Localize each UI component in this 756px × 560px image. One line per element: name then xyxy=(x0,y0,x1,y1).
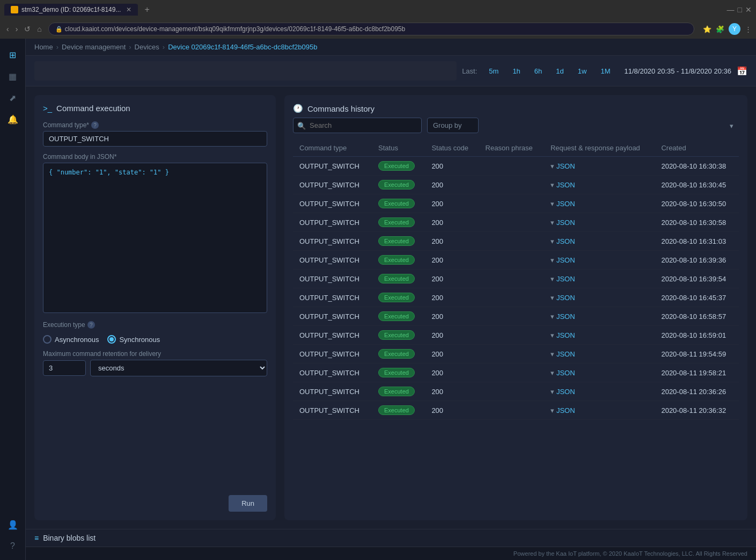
time-1m-button[interactable]: 1M xyxy=(596,66,614,77)
command-type-input[interactable] xyxy=(43,131,267,147)
cell-payload-3[interactable]: ▾JSON xyxy=(544,213,655,232)
payload-arrow-8: ▾ xyxy=(551,312,554,321)
maximize-button[interactable]: □ xyxy=(738,5,742,14)
payload-json-link-8[interactable]: JSON xyxy=(556,312,575,321)
sync-radio-option[interactable]: Synchronous xyxy=(107,335,160,344)
time-1w-button[interactable]: 1w xyxy=(574,66,591,77)
address-bar[interactable]: 🔒 cloud.kaaiot.com/devices/device-manage… xyxy=(48,23,694,35)
cell-payload-13[interactable]: ▾JSON xyxy=(544,401,655,420)
close-window-button[interactable]: ✕ xyxy=(745,5,752,14)
payload-json-link-13[interactable]: JSON xyxy=(556,406,575,414)
payload-json-link-11[interactable]: JSON xyxy=(556,369,575,377)
minimize-button[interactable]: — xyxy=(727,5,735,14)
group-by-arrow: ▾ xyxy=(730,121,733,129)
status-badge-11: Executed xyxy=(378,368,415,377)
execution-type-help-icon[interactable]: ? xyxy=(87,321,95,329)
breadcrumb: Home › Device management › Devices › Dev… xyxy=(26,39,756,56)
status-badge-1: Executed xyxy=(378,180,415,190)
payload-json-link-6[interactable]: JSON xyxy=(556,275,575,283)
footer-text: Powered by the Kaa IoT platform, © 2020 … xyxy=(513,550,747,557)
breadcrumb-devices[interactable]: Devices xyxy=(135,43,159,51)
breadcrumb-home[interactable]: Home xyxy=(34,43,53,51)
cell-payload-1[interactable]: ▾JSON xyxy=(544,176,655,194)
sync-radio-button[interactable] xyxy=(107,335,116,344)
breadcrumb-device-management[interactable]: Device management xyxy=(62,43,126,51)
payload-json-link-3[interactable]: JSON xyxy=(556,219,575,227)
sidebar-icon-trend[interactable]: ⬈ xyxy=(3,88,23,107)
cell-payload-7[interactable]: ▾JSON xyxy=(544,288,655,307)
cell-command-type-0: OUTPUT_SWITCH xyxy=(293,157,372,176)
async-radio-option[interactable]: Asynchronous xyxy=(43,335,99,344)
retention-unit-select[interactable]: seconds minutes hours xyxy=(90,360,267,376)
table-row: OUTPUT_SWITCH Executed 200 ▾JSON 2020-08… xyxy=(293,382,739,401)
sidebar-icon-user[interactable]: 👤 xyxy=(3,515,23,534)
tab-title: stm32_demo (ID: 02069c1f-8149... xyxy=(21,6,121,13)
reload-button[interactable]: ↺ xyxy=(22,24,33,34)
cell-payload-11[interactable]: ▾JSON xyxy=(544,363,655,382)
payload-json-link-10[interactable]: JSON xyxy=(556,350,575,358)
status-badge-12: Executed xyxy=(378,387,415,396)
cell-status-code-5: 200 xyxy=(425,251,479,270)
forward-button[interactable]: › xyxy=(13,24,20,34)
table-row: OUTPUT_SWITCH Executed 200 ▾JSON 2020-08… xyxy=(293,270,739,288)
cell-payload-5[interactable]: ▾JSON xyxy=(544,251,655,270)
calendar-icon[interactable]: 📅 xyxy=(737,66,747,76)
history-toolbar: 🔍 Group by ▾ xyxy=(293,118,739,133)
menu-icon[interactable]: ⋮ xyxy=(745,25,752,33)
extensions-icon[interactable]: 🧩 xyxy=(716,25,724,33)
payload-json-link-2[interactable]: JSON xyxy=(556,200,575,208)
run-button[interactable]: Run xyxy=(229,495,267,512)
col-command-type: Command type xyxy=(293,140,372,157)
cell-payload-12[interactable]: ▾JSON xyxy=(544,382,655,401)
cell-payload-10[interactable]: ▾JSON xyxy=(544,345,655,363)
table-row: OUTPUT_SWITCH Executed 200 ▾JSON 2020-08… xyxy=(293,345,739,363)
cell-payload-0[interactable]: ▾JSON xyxy=(544,157,655,176)
async-radio-button[interactable] xyxy=(43,335,52,344)
status-badge-13: Executed xyxy=(378,405,415,415)
cell-payload-6[interactable]: ▾JSON xyxy=(544,270,655,288)
bookmark-icon[interactable]: ⭐ xyxy=(703,25,711,33)
time-1h-button[interactable]: 1h xyxy=(508,66,524,77)
bottom-section: ≡ Binary blobs list xyxy=(26,529,756,547)
sidebar-icon-dashboard[interactable]: ▦ xyxy=(3,67,23,86)
cell-status-code-9: 200 xyxy=(425,326,479,345)
sidebar-icon-bell[interactable]: 🔔 xyxy=(3,110,23,129)
payload-arrow-4: ▾ xyxy=(551,237,554,245)
new-tab-button[interactable]: + xyxy=(142,5,151,14)
status-badge-9: Executed xyxy=(378,330,415,340)
cell-payload-9[interactable]: ▾JSON xyxy=(544,326,655,345)
cell-status-10: Executed xyxy=(372,345,425,363)
home-button[interactable]: ⌂ xyxy=(35,24,43,34)
command-body-editor[interactable]: { "number": "1", "state": "1" } xyxy=(43,163,267,313)
cell-payload-8[interactable]: ▾JSON xyxy=(544,307,655,326)
cell-command-type-12: OUTPUT_SWITCH xyxy=(293,382,372,401)
retention-input[interactable] xyxy=(43,360,86,376)
search-input[interactable] xyxy=(293,118,422,133)
command-type-help-icon[interactable]: ? xyxy=(91,121,99,129)
cell-payload-4[interactable]: ▾JSON xyxy=(544,232,655,251)
browser-chrome: stm32_demo (ID: 02069c1f-8149... ✕ + — □… xyxy=(0,0,756,19)
payload-json-link-0[interactable]: JSON xyxy=(556,162,575,170)
cell-status-8: Executed xyxy=(372,307,425,326)
payload-json-link-4[interactable]: JSON xyxy=(556,237,575,245)
cell-status-code-7: 200 xyxy=(425,288,479,307)
payload-json-link-7[interactable]: JSON xyxy=(556,294,575,302)
sidebar-icon-help[interactable]: ? xyxy=(3,536,23,556)
payload-arrow-3: ▾ xyxy=(551,219,554,227)
payload-json-link-12[interactable]: JSON xyxy=(556,388,575,396)
payload-json-link-9[interactable]: JSON xyxy=(556,331,575,339)
table-row: OUTPUT_SWITCH Executed 200 ▾JSON 2020-08… xyxy=(293,213,739,232)
browser-tab[interactable]: stm32_demo (ID: 02069c1f-8149... ✕ xyxy=(4,4,138,16)
sidebar-icon-grid[interactable]: ⊞ xyxy=(3,45,23,64)
time-5m-button[interactable]: 5m xyxy=(485,66,503,77)
time-1d-button[interactable]: 1d xyxy=(552,66,568,77)
cell-payload-2[interactable]: ▾JSON xyxy=(544,194,655,213)
back-button[interactable]: ‹ xyxy=(4,24,11,34)
tab-close-button[interactable]: ✕ xyxy=(126,6,131,13)
time-6h-button[interactable]: 6h xyxy=(530,66,546,77)
group-by-select[interactable]: Group by xyxy=(427,118,479,133)
profile-icon[interactable]: Y xyxy=(729,23,740,35)
payload-json-link-1[interactable]: JSON xyxy=(556,181,575,189)
command-type-field: Command type* ? xyxy=(43,121,267,147)
payload-json-link-5[interactable]: JSON xyxy=(556,256,575,264)
